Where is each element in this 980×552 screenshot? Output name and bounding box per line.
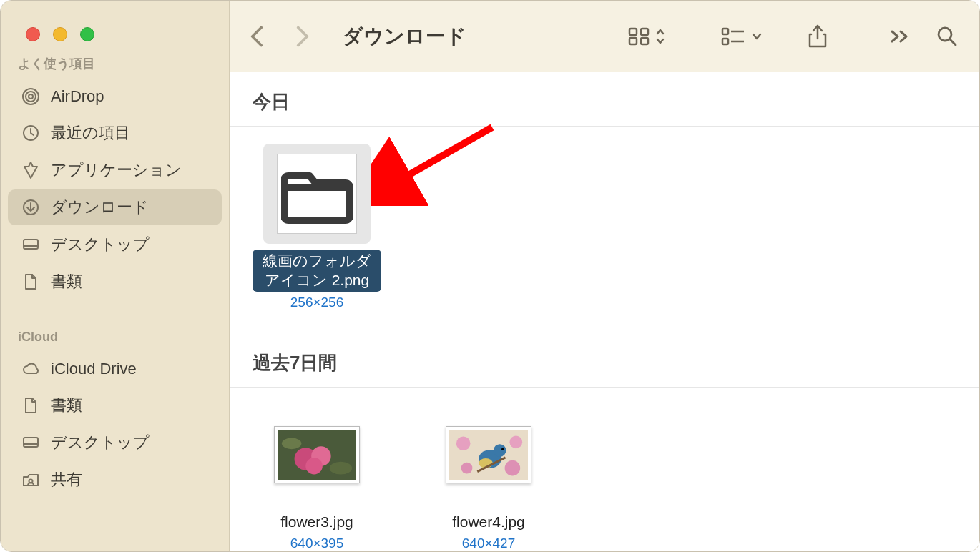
svg-point-31 — [505, 460, 521, 475]
finder-window: よく使う項目 AirDrop最近の項目アプリケーションダウンロードデスクトップ書… — [0, 0, 980, 552]
svg-rect-15 — [722, 29, 728, 34]
group-by-button[interactable] — [721, 27, 763, 46]
sidebar-item-label: AirDrop — [51, 87, 104, 106]
zoom-window-button[interactable] — [80, 27, 94, 41]
file-name-label: flower4.jpg — [445, 511, 532, 533]
sidebar-item-label: デスクトップ — [51, 234, 150, 255]
toolbar: ダウンロード — [230, 1, 979, 72]
share-button[interactable] — [808, 24, 828, 49]
svg-point-35 — [501, 448, 504, 450]
file-thumbnail[interactable] — [263, 144, 371, 244]
file-dimensions-label: 640×427 — [462, 536, 516, 551]
sidebar-item-desktop[interactable]: デスクトップ — [8, 425, 222, 460]
svg-rect-14 — [641, 38, 648, 44]
file-thumbnail[interactable] — [435, 405, 542, 505]
sidebar-item-cloud[interactable]: iCloud Drive — [8, 352, 222, 386]
search-button[interactable] — [936, 26, 958, 47]
sidebar-item-shared[interactable]: 共有 — [8, 462, 222, 498]
svg-point-30 — [509, 435, 522, 448]
sidebar-item-label: 書類 — [51, 395, 82, 416]
svg-rect-12 — [641, 29, 648, 35]
svg-line-21 — [950, 39, 956, 45]
sidebar-item-apps[interactable]: アプリケーション — [8, 152, 222, 188]
location-title: ダウンロード — [343, 23, 466, 50]
doc-icon — [21, 395, 41, 415]
svg-rect-13 — [629, 38, 637, 44]
minimize-window-button[interactable] — [53, 27, 67, 41]
file-grid: flower3.jpg640×395flower4.jpg640×427 — [230, 388, 979, 551]
file-browser-content[interactable]: 今日線画のフォルダアイコン 2.png256×256過去7日間flower3.j… — [230, 72, 979, 551]
svg-rect-11 — [629, 29, 637, 35]
close-window-button[interactable] — [26, 27, 40, 41]
svg-point-0 — [29, 94, 33, 99]
file-dimensions-label: 640×395 — [290, 536, 344, 551]
nav-back-button[interactable] — [247, 23, 267, 50]
svg-point-29 — [456, 436, 471, 450]
file-name-label: 線画のフォルダアイコン 2.png — [253, 250, 381, 292]
airdrop-icon — [21, 87, 41, 107]
file-thumbnail[interactable] — [263, 405, 371, 505]
window-controls — [26, 27, 94, 41]
main-pane: ダウンロード — [230, 1, 979, 551]
file-item[interactable]: 線画のフォルダアイコン 2.png256×256 — [253, 144, 381, 310]
sidebar-item-label: 最近の項目 — [51, 122, 130, 144]
sidebar-section-icloud: iCloud — [1, 301, 229, 350]
svg-point-27 — [330, 461, 352, 474]
group-header: 今日 — [230, 72, 979, 127]
svg-rect-17 — [722, 39, 728, 44]
svg-rect-6 — [24, 240, 38, 249]
sidebar-item-label: 書類 — [51, 271, 82, 292]
sidebar-item-doc[interactable]: 書類 — [8, 264, 222, 300]
sidebar-item-desktop[interactable]: デスクトップ — [8, 227, 222, 262]
sidebar-item-clock[interactable]: 最近の項目 — [8, 115, 222, 151]
sidebar: よく使う項目 AirDrop最近の項目アプリケーションダウンロードデスクトップ書… — [1, 1, 230, 551]
file-item[interactable]: flower3.jpg640×395 — [253, 405, 381, 551]
shared-icon — [21, 470, 41, 490]
doc-icon — [21, 272, 41, 292]
desktop-icon — [21, 433, 41, 453]
clock-icon — [21, 123, 41, 143]
svg-point-26 — [282, 438, 302, 449]
sidebar-item-doc[interactable]: 書類 — [8, 388, 222, 423]
toolbar-overflow-button[interactable] — [891, 30, 909, 43]
view-mode-button[interactable] — [628, 27, 665, 46]
nav-forward-button[interactable] — [293, 23, 313, 50]
svg-point-25 — [305, 458, 323, 475]
desktop-icon — [21, 235, 41, 255]
svg-point-32 — [461, 462, 473, 473]
cloud-icon — [21, 359, 41, 379]
file-name-label: flower3.jpg — [273, 511, 361, 533]
svg-rect-8 — [24, 438, 38, 447]
apps-icon — [21, 160, 41, 180]
download-icon — [21, 197, 41, 217]
file-grid: 線画のフォルダアイコン 2.png256×256 — [230, 127, 979, 327]
file-dimensions-label: 256×256 — [290, 295, 344, 310]
sidebar-item-download[interactable]: ダウンロード — [8, 189, 222, 225]
sidebar-item-label: ダウンロード — [51, 197, 149, 218]
sidebar-item-label: アプリケーション — [51, 159, 182, 181]
sidebar-item-label: 共有 — [51, 469, 82, 491]
sidebar-item-label: iCloud Drive — [51, 360, 137, 378]
svg-point-34 — [494, 444, 506, 457]
svg-point-1 — [26, 92, 36, 102]
sidebar-item-label: デスクトップ — [51, 432, 150, 453]
file-item[interactable]: flower4.jpg640×427 — [424, 405, 553, 551]
group-header: 過去7日間 — [230, 327, 979, 388]
sidebar-item-airdrop[interactable]: AirDrop — [8, 79, 222, 114]
